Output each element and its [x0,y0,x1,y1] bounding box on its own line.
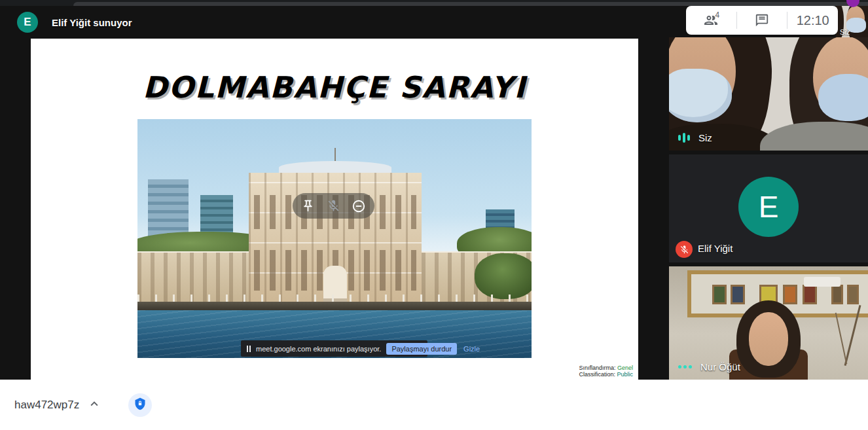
mic-muted-icon [676,241,693,258]
remove-participant-icon[interactable] [352,199,366,213]
meeting-info-panel: 4 12:10 [686,6,838,35]
shield-lock-icon [134,397,147,413]
presenter-banner-label: Elif Yiğit sunuyor [52,17,132,28]
corner-self-video[interactable]: Siz [836,5,868,37]
presentation-hover-controls [293,193,374,219]
security-button[interactable] [128,393,152,417]
slide-classification: Sınıflandırma: Genel Classification: Pub… [579,365,633,378]
pause-icon [247,346,251,352]
chat-button[interactable] [737,6,787,35]
participants-button[interactable]: 4 [686,6,736,35]
video-tile-siz[interactable]: Siz [669,37,868,151]
tree [475,253,532,299]
presenter-avatar: E [17,12,38,33]
browser-tab-strip [73,2,868,6]
window-top-strip [0,0,868,6]
meeting-code: haw472wp7z [14,399,79,412]
slide-title: DOLMABAHÇE SARAYI [31,70,638,105]
mic-off-icon[interactable] [327,199,340,213]
video-tile-elif[interactable]: E Elif Yiğit [669,154,868,262]
clock-time: 12:10 [797,13,829,28]
palace-roof [279,161,391,174]
speaking-equalizer-icon [678,133,690,143]
corner-video-label: Siz [840,28,850,36]
pin-icon[interactable] [301,199,315,213]
participant-avatar: E [738,177,799,237]
presenter-banner: E Elif Yiğit sunuyor [17,12,132,33]
tile-label: Elif Yiğit [698,243,732,254]
hide-share-bar-button[interactable]: Gizle [463,345,480,353]
stop-sharing-button[interactable]: Paylaşmayı durdur [386,343,457,355]
meeting-code-menu[interactable]: haw472wp7z [14,380,101,430]
video-tile-nur[interactable]: Nur Öğüt [669,266,868,380]
tile-label: Nur Öğüt [700,361,740,372]
chevron-up-icon [87,397,101,414]
participants-count: 4 [715,10,719,20]
palace-spire [335,148,336,162]
audio-idle-dots-icon [678,365,692,368]
screen-share-bar: meet.google.com ekranınızı paylaşıyor. P… [241,340,427,357]
tile-label: Siz [698,132,712,143]
share-message: meet.google.com ekranınızı paylaşıyor. [256,345,381,353]
quay [137,302,532,310]
bottom-control-bar: haw472wp7z Söz iste [0,380,868,430]
dolmabahce-palace-photo [137,119,532,358]
